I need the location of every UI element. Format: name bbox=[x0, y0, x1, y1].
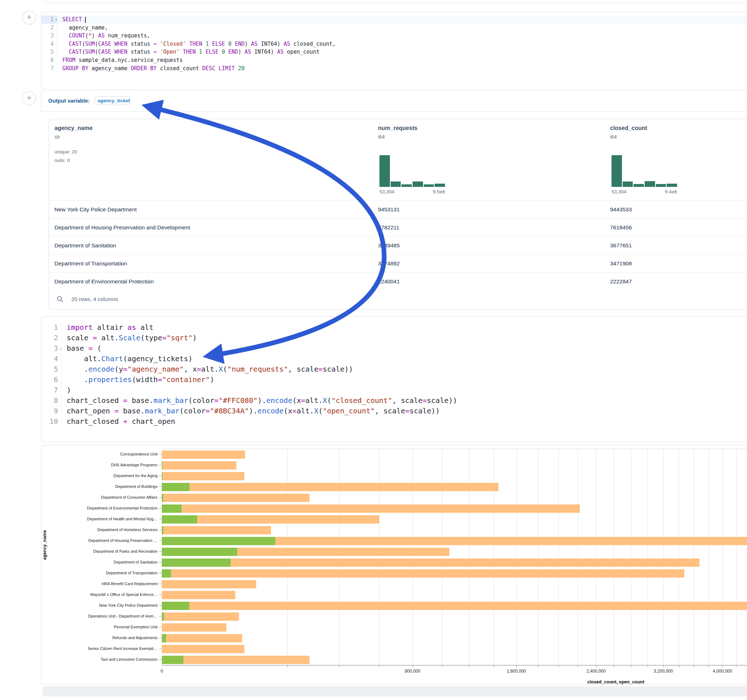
sql-code-cell[interactable]: 1∨SELECT 2 agency_name,3 COUNT(*) AS num… bbox=[41, 12, 747, 90]
bar-closed-count bbox=[162, 526, 271, 534]
code-line[interactable]: 3∨base = ( bbox=[41, 343, 747, 354]
chart-plot-area: closed_count, open_count 0800,0001,600,0… bbox=[162, 449, 747, 665]
table-row[interactable]: New York City Police Department945313194… bbox=[49, 200, 747, 218]
gridline bbox=[596, 449, 596, 665]
text-cursor bbox=[85, 17, 86, 23]
code-line[interactable]: 7) bbox=[41, 385, 747, 395]
y-axis-tick bbox=[159, 616, 162, 617]
x-axis-tick bbox=[516, 665, 517, 667]
gridline bbox=[494, 449, 494, 665]
y-axis-tick bbox=[159, 530, 162, 530]
y-axis-label: Senior Citizen Rent Increase Exempti… bbox=[41, 643, 157, 654]
gridline bbox=[339, 449, 339, 665]
bar-closed-count bbox=[162, 591, 235, 599]
add-cell-button[interactable]: + bbox=[22, 11, 36, 24]
search-icon[interactable] bbox=[57, 296, 64, 302]
x-axis-tick bbox=[736, 665, 736, 667]
y-axis-label: Department of Parks and Recreation bbox=[41, 546, 157, 557]
code-line[interactable]: 4 CAST(SUM(CASE WHEN status = 'Closed' T… bbox=[41, 40, 747, 48]
chart-x-axis-title: closed_count, open_count bbox=[587, 679, 644, 685]
python-code-cell[interactable]: 1import altair as alt2scale = alt.Scale(… bbox=[41, 316, 747, 442]
code-line[interactable]: 5 CAST(SUM(CASE WHEN status = 'Open' THE… bbox=[41, 48, 747, 56]
next-cell-collapsed-edge[interactable] bbox=[42, 686, 747, 696]
table-row[interactable]: Department of Sanitation37494853677651 bbox=[49, 236, 747, 254]
x-axis-tick bbox=[708, 665, 709, 667]
gridline bbox=[708, 449, 709, 665]
gridline bbox=[736, 449, 736, 665]
bar-closed-count bbox=[162, 580, 256, 588]
code-line[interactable]: 3 COUNT(*) AS num_requests, bbox=[41, 32, 747, 40]
code-line[interactable]: 6FROM sample_data.nyc.service_requests bbox=[41, 56, 747, 65]
table-footer: 20 rows, 4 columns bbox=[49, 288, 747, 310]
gridline bbox=[538, 449, 538, 665]
y-axis-tick bbox=[159, 659, 162, 660]
y-axis-tick bbox=[159, 454, 162, 454]
bar-closed-count bbox=[162, 461, 236, 469]
column-histogram bbox=[611, 155, 677, 187]
code-line[interactable]: 8chart_closed = base.mark_bar(color="#FF… bbox=[41, 395, 747, 406]
gridline bbox=[469, 449, 469, 665]
table-cell: 3677651 bbox=[610, 242, 747, 249]
bar-open-count bbox=[162, 504, 181, 513]
y-axis-label: Department of Buildings bbox=[41, 481, 157, 492]
bar-open-count bbox=[162, 461, 163, 469]
dataframe-preview: agency_namestrunique: 20nulls: 0num_requ… bbox=[48, 119, 747, 310]
x-axis-tick bbox=[694, 665, 694, 667]
bar-open-count bbox=[162, 494, 163, 502]
chevron-down-icon[interactable]: ∨ bbox=[55, 16, 57, 24]
bar-closed-count bbox=[162, 504, 580, 513]
code-line[interactable]: 2scale = alt.Scale(type="sqrt") bbox=[41, 333, 747, 343]
column-header[interactable]: num_requestsi64 bbox=[378, 125, 417, 140]
y-axis-label: Taxi and Limousine Commission bbox=[41, 654, 157, 665]
y-axis-label: DHS Advantage Programs bbox=[41, 459, 157, 470]
x-axis-tick bbox=[647, 665, 648, 667]
bar-closed-count bbox=[162, 558, 699, 567]
histogram-range-labels: 53,3049.4e6 bbox=[611, 189, 683, 195]
y-axis-tick bbox=[159, 497, 162, 498]
code-line[interactable]: 6 .properties(width="container") bbox=[41, 374, 747, 385]
code-line[interactable]: 5 .encode(y="agency_name", x=alt.X("num_… bbox=[41, 364, 747, 374]
y-axis-label: New York City Police Department bbox=[41, 600, 157, 611]
table-cell: 3749485 bbox=[378, 242, 610, 249]
code-line[interactable]: 1∨SELECT bbox=[41, 15, 747, 24]
code-line[interactable]: 9chart_open = base.mark_bar(color="#8BC3… bbox=[41, 406, 747, 416]
y-axis-tick bbox=[159, 638, 162, 638]
x-axis-tick bbox=[723, 665, 723, 667]
code-line[interactable]: 2 agency_name, bbox=[41, 24, 747, 32]
column-header[interactable]: agency_namestrunique: 20nulls: 0 bbox=[54, 125, 92, 165]
y-axis-tick bbox=[159, 649, 162, 649]
table-row[interactable]: Department of Environmental Protection22… bbox=[49, 272, 747, 290]
y-axis-label: Mayorâ€ s Office of Special Enforce… bbox=[41, 589, 157, 600]
x-axis-tick bbox=[679, 665, 679, 667]
chevron-down-icon[interactable]: ∨ bbox=[59, 344, 62, 354]
bar-open-count bbox=[162, 472, 163, 480]
x-axis-tick bbox=[558, 665, 558, 667]
bar-open-count bbox=[162, 537, 275, 545]
bar-open-count bbox=[162, 483, 189, 491]
y-axis-label: Operations Unit - Department of Hom… bbox=[41, 611, 157, 622]
chart-output: agency_name Correspondence UnitDHS Advan… bbox=[41, 445, 747, 685]
gridline bbox=[614, 449, 614, 665]
code-line[interactable]: 10chart_closed + chart_open bbox=[41, 416, 747, 427]
gridline bbox=[413, 449, 413, 665]
bar-closed-count bbox=[162, 645, 244, 653]
column-header[interactable]: closed_counti64 bbox=[610, 125, 647, 140]
output-variable-chip[interactable]: agency_tickets bbox=[95, 96, 130, 105]
table-row[interactable]: Department of Housing Preservation and D… bbox=[49, 218, 747, 236]
code-line[interactable]: 4 alt.Chart(agency_tickets) bbox=[41, 354, 747, 364]
bar-open-count bbox=[162, 558, 231, 567]
add-cell-button-2[interactable]: + bbox=[22, 92, 36, 105]
x-tick-label: 1,600,000 bbox=[507, 669, 526, 674]
output-variable-row: Output variable: agency_tickets bbox=[41, 90, 747, 112]
bar-open-count bbox=[162, 548, 237, 556]
code-line[interactable]: 7GROUP BY agency_name ORDER BY closed_co… bbox=[41, 65, 747, 73]
column-histogram bbox=[380, 155, 445, 187]
table-body: New York City Police Department945313194… bbox=[49, 200, 747, 290]
table-cell: 7618456 bbox=[610, 224, 747, 231]
gridline bbox=[578, 449, 578, 665]
y-axis-tick bbox=[159, 476, 162, 476]
code-line[interactable]: 1import altair as alt bbox=[41, 322, 747, 333]
table-row[interactable]: Department of Transportation377489234719… bbox=[49, 254, 747, 272]
table-cell: Department of Environmental Protection bbox=[54, 278, 378, 285]
x-axis-tick bbox=[538, 665, 538, 667]
